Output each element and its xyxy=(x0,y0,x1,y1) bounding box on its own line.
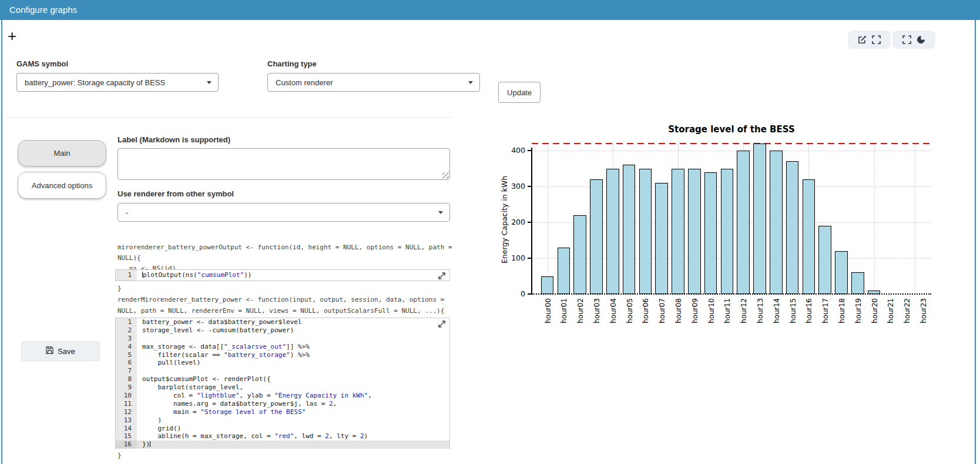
line-number: 5 xyxy=(116,351,137,359)
y-tick-label: 400 xyxy=(502,146,525,155)
bar-hour10 xyxy=(704,172,717,294)
y-tick-label: 300 xyxy=(502,182,525,191)
add-graph-button[interactable]: + xyxy=(8,28,16,44)
label-textarea[interactable] xyxy=(118,148,450,180)
update-button[interactable]: Update xyxy=(498,82,541,103)
renderer-symbol-label: Use renderer from other symbol xyxy=(118,189,234,198)
code-text[interactable]: abline(h = max_storage, col = "red", lwd… xyxy=(137,432,449,440)
save-button-label: Save xyxy=(58,347,75,356)
render-code-editor[interactable]: 1battery_power <- data$battery_power$lev… xyxy=(115,318,450,449)
dialog-title: Configure graphs xyxy=(9,5,77,15)
editor-line-14: 14 grid() xyxy=(116,425,449,433)
bar-hour16 xyxy=(803,179,815,294)
chevron-down-icon xyxy=(438,211,443,214)
save-button[interactable]: Save xyxy=(21,341,100,361)
code-text[interactable]: storage_level <- -cumsum(battery_power) xyxy=(137,326,449,335)
code-text[interactable]: grid() xyxy=(137,425,449,433)
code-text[interactable]: }) xyxy=(137,440,449,449)
code-text[interactable]: plotOutput(ns("cumsumPlot")) xyxy=(137,270,449,281)
chevron-down-icon xyxy=(468,81,473,84)
editor-line-1: 1plotOutput(ns("cumsumPlot")) xyxy=(116,270,449,281)
output-function-close: } xyxy=(118,283,122,294)
line-number: 9 xyxy=(116,383,137,392)
x-tick-label-hour10: hour10 xyxy=(707,298,716,323)
editor-line-9: 9 barplot(storage_level, xyxy=(116,383,449,392)
bar-hour13 xyxy=(753,143,766,294)
renderer-symbol-value: - xyxy=(126,208,128,217)
charting-type-value: Custom renderer xyxy=(276,78,333,87)
bar-hour11 xyxy=(721,169,734,295)
code-text[interactable]: ) xyxy=(137,416,449,425)
x-tick-label-hour02: hour02 xyxy=(576,298,585,323)
editor-line-3: 3 xyxy=(116,335,449,343)
h-gridline xyxy=(532,151,931,151)
edit-fullscreen-button[interactable] xyxy=(848,31,891,49)
resize-grip-icon[interactable] xyxy=(442,172,449,179)
bar-hour19 xyxy=(851,272,864,294)
y-tick-label: 200 xyxy=(502,218,525,226)
x-tick-label-hour09: hour09 xyxy=(691,298,699,323)
editor-line-2: 2storage_level <- -cumsum(battery_power) xyxy=(116,326,449,335)
output-code-editor[interactable]: 1plotOutput(ns("cumsumPlot")) xyxy=(115,269,450,281)
code-text[interactable]: col = "lightblue", ylab = "Energy Capaci… xyxy=(137,392,449,400)
tab-advanced-options[interactable]: Advanced options xyxy=(18,172,106,199)
code-text[interactable]: names.arg = data$battery_power$j, las = … xyxy=(137,400,449,408)
bar-hour08 xyxy=(672,169,684,295)
editor-line-4: 4max_storage <- data[["_scalarsve_out"]]… xyxy=(116,343,449,351)
y-axis-line xyxy=(531,148,532,295)
code-line: renderMirorenderer_battery_power <- func… xyxy=(118,294,444,305)
x-tick-label-hour13: hour13 xyxy=(756,298,764,323)
tab-main[interactable]: Main xyxy=(18,140,106,166)
bar-hour15 xyxy=(786,161,799,294)
x-tick-label-hour18: hour18 xyxy=(838,298,846,323)
bar-hour12 xyxy=(737,151,750,294)
code-text[interactable]: pull(level) xyxy=(137,359,449,367)
line-number: 13 xyxy=(116,416,137,425)
toolbar-button-group xyxy=(848,31,935,49)
code-text[interactable]: filter(scalar == "battery_storage") %>% xyxy=(137,351,449,359)
floppy-icon xyxy=(46,346,53,356)
configure-graphs-dialog: Configure graphs + GAMS symbol battery_p… xyxy=(0,0,980,464)
line-number: 12 xyxy=(116,408,137,416)
editor-expand-icon[interactable] xyxy=(438,272,446,280)
x-tick-label-hour05: hour05 xyxy=(626,298,634,323)
x-tick-label-hour19: hour19 xyxy=(854,298,862,323)
x-tick-label-hour04: hour04 xyxy=(609,298,617,323)
editor-expand-icon[interactable] xyxy=(438,320,446,328)
editor-line-1: 1battery_power <- data$battery_power$lev… xyxy=(116,318,449,326)
code-text[interactable] xyxy=(137,367,449,375)
renderer-symbol-select[interactable]: - xyxy=(118,203,450,222)
edit-icon xyxy=(858,35,867,44)
code-text[interactable]: main = "Storage level of the BESS" xyxy=(137,408,449,416)
chart-fullscreen-button[interactable] xyxy=(892,31,935,49)
editor-line-13: 13 ) xyxy=(116,416,449,425)
gams-symbol-select[interactable]: battery_power: Storage capacity of BESS xyxy=(16,73,219,92)
charting-type-select[interactable]: Custom renderer xyxy=(267,73,480,92)
code-text[interactable]: battery_power <- data$battery_power$leve… xyxy=(137,318,449,326)
bar-hour09 xyxy=(688,169,701,295)
x-tick-label-hour00: hour00 xyxy=(544,298,552,323)
code-text[interactable]: barplot(storage_level, xyxy=(137,383,449,392)
x-tick-label-hour22: hour22 xyxy=(903,298,911,323)
bar-hour04 xyxy=(606,169,619,295)
x-tick-label-hour11: hour11 xyxy=(723,298,731,323)
code-line: mirorenderer_battery_powerOutput <- func… xyxy=(118,242,452,253)
code-line: NULL, path = NULL, rendererEnv = NULL, v… xyxy=(118,305,444,316)
line-number: 11 xyxy=(116,400,137,408)
code-text[interactable]: max_storage <- data[["_scalarsve_out"]] … xyxy=(137,343,449,351)
bar-hour03 xyxy=(590,179,603,294)
bar-hour02 xyxy=(573,215,586,294)
x-tick-label-hour07: hour07 xyxy=(658,298,666,323)
editor-line-11: 11 names.arg = data$battery_power$j, las… xyxy=(116,400,449,408)
y-tick xyxy=(528,293,531,295)
x-tick-label-hour20: hour20 xyxy=(871,298,879,323)
code-text[interactable] xyxy=(137,335,449,343)
line-number: 3 xyxy=(116,335,137,343)
x-tick-label-hour03: hour03 xyxy=(593,298,601,323)
v-gridline xyxy=(874,143,875,294)
code-text[interactable]: output$cumsumPlot <- renderPlot({ xyxy=(137,375,449,383)
x-tick-label-hour12: hour12 xyxy=(740,298,748,323)
label-field-label: Label (Markdown is supported) xyxy=(118,135,230,144)
line-number: 10 xyxy=(116,392,137,400)
expand-icon xyxy=(872,35,881,44)
